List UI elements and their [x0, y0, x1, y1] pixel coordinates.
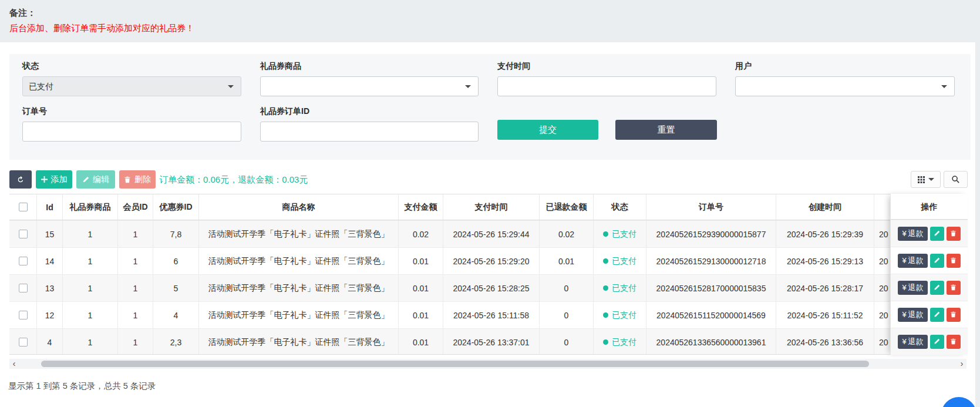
refund-button-label: 退款 — [908, 228, 924, 239]
gift-order-id-input[interactable] — [260, 122, 479, 142]
column-header-id[interactable]: Id — [37, 194, 63, 220]
row-delete-button[interactable] — [947, 335, 961, 349]
edit-button[interactable]: 编辑 — [76, 170, 115, 189]
cell-created-time: 2024-05-26 15:11:52 — [776, 302, 874, 328]
user-label: 用户 — [735, 61, 752, 72]
pencil-icon — [934, 257, 940, 264]
chevron-down-icon — [941, 85, 947, 88]
note-warning-text: 后台添加、删除订单需手动添加对应的礼品券！ — [9, 23, 194, 34]
row-edit-button[interactable] — [930, 335, 944, 349]
row-delete-button[interactable] — [947, 281, 961, 295]
pagination-info: 显示第 1 到第 5 条记录，总共 5 条记录 — [8, 381, 156, 392]
cell-status: 已支付 — [594, 248, 646, 274]
column-header-order-no[interactable]: 订单号 — [646, 194, 776, 220]
refund-button[interactable]: ¥ 退款 — [898, 281, 927, 295]
pay-time-input[interactable] — [497, 76, 716, 96]
reset-button[interactable]: 重置 — [615, 120, 717, 140]
refund-button[interactable]: ¥ 退款 — [898, 227, 927, 241]
refresh-button[interactable] — [9, 170, 32, 189]
status-select-value: 已支付 — [29, 82, 53, 91]
row-delete-button[interactable] — [947, 254, 961, 268]
cell-created-time: 2024-05-26 15:28:17 — [776, 275, 874, 301]
column-header-created[interactable]: 创建时间 — [776, 194, 874, 220]
delete-button[interactable]: 删除 — [119, 170, 156, 189]
yen-icon: ¥ — [902, 256, 906, 265]
table-row[interactable]: 15 1 1 7,8 活动测试开学季「电子礼卡」证件照「三背景色」 0.02 2… — [9, 220, 966, 247]
row-checkbox[interactable] — [19, 338, 28, 347]
cell-product-name: 活动测试开学季「电子礼卡」证件照「三背景色」 — [199, 329, 399, 355]
row-checkbox[interactable] — [19, 257, 28, 265]
row-edit-button[interactable] — [930, 227, 944, 241]
cell-amount: 0.01 — [399, 248, 443, 274]
column-header-ops: 操作 — [891, 194, 968, 220]
product-select[interactable] — [260, 76, 479, 96]
status-dot-icon — [603, 339, 608, 345]
select-all-checkbox[interactable] — [19, 203, 28, 211]
chevron-down-icon — [228, 85, 234, 88]
refund-button-label: 退款 — [908, 282, 924, 293]
column-header-pay-time[interactable]: 支付时间 — [443, 194, 540, 220]
cell-order-no: 202405261529130000012718 — [646, 248, 776, 274]
status-dot-icon — [603, 312, 608, 318]
add-button[interactable]: 添加 — [36, 170, 72, 189]
header-checkbox-cell — [9, 194, 37, 220]
row-edit-button[interactable] — [930, 281, 944, 295]
ops-row: ¥ 退款 — [891, 301, 968, 328]
columns-toggle-button[interactable] — [911, 171, 941, 188]
cell-coupon-id: 2,3 — [153, 329, 199, 355]
cell-member-id: 1 — [118, 221, 153, 247]
refund-button[interactable]: ¥ 退款 — [898, 335, 927, 349]
refund-button[interactable]: ¥ 退款 — [898, 308, 927, 322]
pencil-icon — [934, 338, 940, 345]
column-header-coupon[interactable]: 优惠券ID — [153, 194, 199, 220]
cell-product-name: 活动测试开学季「电子礼卡」证件照「三背景色」 — [199, 275, 399, 301]
column-header-amount[interactable]: 支付金额 — [399, 194, 443, 220]
order-no-input[interactable] — [22, 122, 241, 142]
table-row[interactable]: 4 1 1 2,3 活动测试开学季「电子礼卡」证件照「三背景色」 0.01 20… — [9, 328, 966, 355]
row-delete-button[interactable] — [947, 308, 961, 322]
horizontal-scrollbar[interactable]: ‹ › — [9, 359, 966, 369]
row-checkbox[interactable] — [19, 284, 28, 292]
trash-icon — [950, 230, 957, 237]
cell-id: 14 — [37, 248, 63, 274]
search-icon — [951, 175, 960, 184]
row-checkbox[interactable] — [19, 230, 28, 238]
pencil-icon — [934, 230, 940, 237]
row-delete-button[interactable] — [947, 227, 961, 241]
chevron-down-icon — [465, 85, 471, 88]
status-label: 状态 — [22, 61, 39, 72]
column-header-refunded[interactable]: 已退款金额 — [540, 194, 594, 220]
table-row[interactable]: 13 1 1 5 活动测试开学季「电子礼卡」证件照「三背景色」 0.01 202… — [9, 274, 966, 301]
gift-order-id-label: 礼品券订单ID — [260, 106, 309, 117]
filter-card — [9, 54, 971, 160]
cell-pay-time: 2024-05-26 15:11:58 — [443, 302, 540, 328]
scroll-left-arrow[interactable]: ‹ — [9, 359, 19, 369]
column-header-name[interactable]: 商品名称 — [199, 194, 399, 220]
user-select[interactable] — [735, 76, 955, 96]
scrollbar-thumb[interactable] — [41, 361, 869, 367]
table-row[interactable]: 14 1 1 6 活动测试开学季「电子礼卡」证件照「三背景色」 0.01 202… — [9, 247, 966, 274]
cell-product-name: 活动测试开学季「电子礼卡」证件照「三背景色」 — [199, 221, 399, 247]
grid-columns-icon — [918, 176, 925, 183]
row-edit-button[interactable] — [930, 254, 944, 268]
status-badge: 已支付 — [612, 283, 637, 294]
column-header-status[interactable]: 状态 — [594, 194, 646, 220]
cell-created-time: 2024-05-26 15:29:13 — [776, 248, 874, 274]
trash-icon — [950, 257, 957, 264]
cell-pay-time: 2024-05-26 15:28:25 — [443, 275, 540, 301]
pay-time-label: 支付时间 — [497, 61, 530, 72]
row-checkbox[interactable] — [19, 311, 28, 319]
submit-button[interactable]: 提交 — [497, 120, 598, 140]
column-header-product[interactable]: 礼品券商品 — [63, 194, 118, 220]
status-badge: 已支付 — [612, 256, 637, 267]
search-button[interactable] — [944, 171, 968, 188]
cell-amount: 0.01 — [399, 275, 443, 301]
refund-button[interactable]: ¥ 退款 — [898, 254, 927, 268]
status-select[interactable]: 已支付 — [22, 76, 241, 96]
yen-icon: ¥ — [902, 283, 906, 292]
table-row[interactable]: 12 1 1 4 活动测试开学季「电子礼卡」证件照「三背景色」 0.01 202… — [9, 301, 966, 328]
row-checkbox-cell — [9, 302, 37, 328]
scroll-right-arrow[interactable]: › — [957, 359, 966, 369]
row-edit-button[interactable] — [930, 308, 944, 322]
column-header-member[interactable]: 会员ID — [118, 194, 153, 220]
